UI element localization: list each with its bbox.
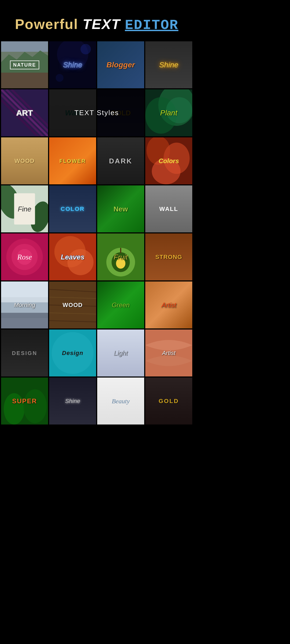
tile-label-flower: FLOWER: [59, 158, 86, 164]
svg-rect-40: [1, 313, 48, 328]
tile-shine2[interactable]: Shine: [49, 378, 96, 425]
tile-label-plant: Plant: [160, 109, 177, 117]
tile-label-color-blue: COLOR: [61, 206, 85, 213]
title-text: TEXT: [83, 16, 121, 32]
tile-new-green[interactable]: New: [97, 185, 144, 232]
tile-label-shine2: Shine: [65, 398, 80, 405]
tile-design-teal[interactable]: Design: [49, 330, 96, 376]
tile-label-light: Light: [114, 349, 128, 357]
tile-label-design-dark: DESIGN: [12, 350, 37, 356]
title-editor: EDITOR: [125, 17, 178, 33]
tile-rose[interactable]: Rose: [1, 233, 48, 280]
tile-label-super: SUPER: [12, 397, 37, 405]
tile-nature[interactable]: NATURE: [1, 41, 48, 88]
tile-fruit[interactable]: Fruit: [97, 233, 144, 280]
tile-artist2[interactable]: Artist: [145, 330, 192, 376]
tile-color-blue[interactable]: COLOR: [49, 185, 96, 232]
tile-label-green2: Green: [112, 301, 130, 309]
tile-blogger[interactable]: Blogger: [97, 41, 144, 88]
tile-leaves[interactable]: Leaves: [49, 233, 96, 280]
header-title: Powerful TEXT EDITOR: [11, 16, 183, 33]
tile-colors[interactable]: Colors: [145, 137, 192, 184]
tile-design-dark[interactable]: DESIGN: [1, 330, 48, 376]
tile-wood[interactable]: WOOD: [1, 137, 48, 184]
tile-label-rose: Rose: [17, 253, 32, 261]
tile-super[interactable]: SUPER: [1, 378, 48, 425]
tile-art[interactable]: ART: [1, 89, 48, 136]
tile-wood2[interactable]: WOOD: [49, 281, 96, 328]
tile-artist[interactable]: Artist: [145, 281, 192, 328]
tile-dark[interactable]: DARK: [97, 137, 144, 184]
tile-label-gold2: GOLD: [159, 398, 179, 405]
tile-label-blogger: Blogger: [107, 61, 135, 69]
tile-beauty[interactable]: Beauty: [97, 378, 144, 425]
tile-gold2[interactable]: GOLD: [145, 378, 192, 425]
tile-light[interactable]: Light: [97, 330, 144, 376]
tile-fine[interactable]: Fine: [1, 185, 48, 232]
tile-shine-brick[interactable]: Shine: [145, 41, 192, 88]
tile-strong[interactable]: STRONG: [145, 233, 192, 280]
svg-point-7: [56, 74, 63, 82]
tile-label-strong: STRONG: [155, 254, 182, 261]
tile-wall-gray[interactable]: WALL: [145, 185, 192, 232]
tile-label-wood2: WOOD: [63, 302, 83, 309]
tile-label-new-green: New: [114, 205, 128, 213]
tile-label-design-teal: Design: [62, 350, 83, 357]
tile-label-fine: Fine: [18, 205, 31, 213]
tile-label-artist2: Artist: [162, 350, 175, 357]
tile-label-nature: NATURE: [10, 60, 39, 69]
title-powerful: Powerful: [15, 16, 78, 32]
tile-green2[interactable]: Green: [97, 281, 144, 328]
tile-flower[interactable]: FLOWER: [49, 137, 96, 184]
tile-label-shine-brick: Shine: [159, 61, 179, 69]
tile-label-artist: Artist: [161, 301, 176, 309]
text-styles-banner: TEXT Styles: [49, 89, 144, 136]
tile-label-beauty: Beauty: [112, 397, 130, 405]
tile-label-leaves: Leaves: [61, 253, 84, 261]
tile-plant[interactable]: Plant: [145, 89, 192, 136]
header: Powerful TEXT EDITOR: [0, 0, 193, 41]
tile-label-wall-gray: WALL: [159, 206, 178, 213]
tile-shine-dark[interactable]: Shine: [49, 41, 96, 88]
text-styles-label: TEXT Styles: [74, 109, 119, 117]
svg-rect-2: [1, 70, 48, 88]
tile-grid: NATURE ShineBloggerShine ARTWallGOLD Pla…: [0, 41, 193, 425]
svg-point-6: [81, 44, 91, 54]
svg-rect-41: [1, 281, 48, 302]
svg-point-53: [23, 389, 47, 423]
tile-label-colors: Colors: [158, 157, 179, 165]
tile-morning[interactable]: Morning: [1, 281, 48, 328]
tile-label-fruit: Fruit: [114, 253, 128, 261]
tile-label-shine-dark: Shine: [63, 61, 82, 69]
tile-label-morning: Morning: [14, 302, 35, 309]
tile-label-wood: WOOD: [15, 158, 35, 164]
svg-rect-37: [120, 248, 121, 253]
tile-label-dark: DARK: [109, 157, 132, 165]
tile-label-art: ART: [16, 108, 33, 118]
